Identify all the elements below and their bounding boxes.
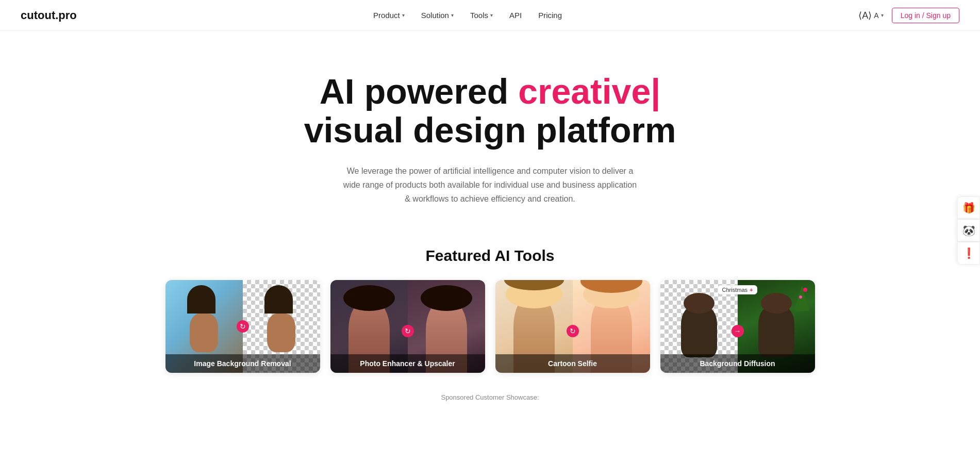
nav-product[interactable]: Product ▾: [373, 11, 405, 20]
sponsor-section: Sponsored Customer Showcase:: [0, 383, 980, 411]
alert-button[interactable]: ❗: [957, 242, 980, 265]
nav-right: ⟨A⟩ A ▾ Log in / Sign up: [858, 8, 959, 23]
arrow-icon: ↻: [237, 320, 249, 333]
logo[interactable]: cutout.pro: [21, 9, 77, 22]
tool-label: Photo Enhancer & Upscaler: [330, 354, 485, 373]
tools-grid: ↻ Image Background Removal: [155, 280, 825, 373]
logo-text: cutout.pro: [21, 9, 77, 22]
translate-icon: ⟨A⟩: [858, 10, 872, 21]
nav-links: Product ▾ Solution ▾ Tools ▾ API Pricing: [373, 11, 562, 20]
language-button[interactable]: ⟨A⟩ A ▾: [858, 10, 883, 21]
hero-subtitle: We leverage the power of artificial inte…: [341, 164, 640, 206]
nav-api[interactable]: API: [509, 11, 522, 20]
plus-icon: +: [750, 287, 753, 293]
hero-title-line2: visual design platform: [304, 110, 676, 150]
featured-title: Featured AI Tools: [21, 247, 959, 265]
face-button[interactable]: 🐼: [957, 219, 980, 242]
chevron-down-icon: ▾: [490, 12, 493, 18]
chevron-down-icon: ▾: [402, 12, 405, 18]
nav-tools[interactable]: Tools ▾: [470, 11, 493, 20]
hero-section: AI powered creative| visual design platf…: [0, 31, 980, 226]
featured-section: Featured AI Tools ↻: [0, 226, 980, 383]
tool-card-bg-diffusion[interactable]: Christmas + →: [660, 280, 815, 373]
tool-label: Background Diffusion: [660, 354, 815, 373]
gift-button[interactable]: 🎁: [957, 196, 980, 219]
sponsor-label: Sponsored Customer Showcase:: [441, 393, 539, 401]
arrow-icon: →: [732, 325, 744, 337]
hero-title: AI powered creative| visual design platf…: [304, 72, 676, 150]
tool-card-cartoon-selfie[interactable]: ↻ Cartoon Selfie: [495, 280, 650, 373]
tool-label: Image Background Removal: [165, 354, 320, 373]
nav-pricing[interactable]: Pricing: [538, 11, 562, 20]
floating-sidebar: 🎁 🐼 ❗: [957, 196, 980, 265]
nav-solution[interactable]: Solution ▾: [421, 11, 454, 20]
gift-icon: 🎁: [962, 202, 975, 214]
arrow-icon: ↻: [567, 325, 579, 337]
tool-card-photo-enhancer[interactable]: ↻ Photo Enhancer & Upscaler: [330, 280, 485, 373]
chevron-down-icon: ▾: [451, 12, 454, 18]
navbar: cutout.pro Product ▾ Solution ▾ Tools ▾ …: [0, 0, 980, 31]
hero-title-line1: AI powered creative|: [320, 72, 661, 111]
arrow-icon: ↻: [402, 325, 414, 337]
lang-label: A: [874, 11, 878, 20]
christmas-badge: Christmas +: [718, 285, 758, 294]
alert-icon: ❗: [962, 247, 975, 259]
tool-card-bg-removal[interactable]: ↻ Image Background Removal: [165, 280, 320, 373]
login-button[interactable]: Log in / Sign up: [892, 8, 959, 23]
face-icon: 🐼: [962, 224, 975, 237]
badge-text: Christmas: [722, 287, 748, 293]
chevron-down-icon: ▾: [881, 12, 884, 18]
tool-label: Cartoon Selfie: [495, 354, 650, 373]
